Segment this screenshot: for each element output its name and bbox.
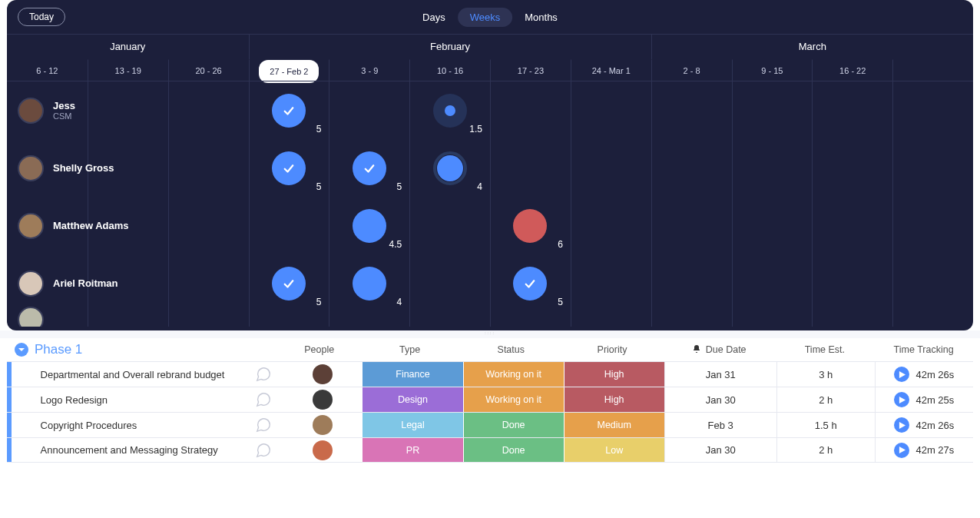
- task-row[interactable]: Announcement and Messaging StrategyPRDon…: [7, 437, 973, 463]
- person-info[interactable]: JessCSM: [18, 98, 75, 124]
- month-header: March: [651, 35, 973, 59]
- time-tracking-cell[interactable]: 42m 26s: [875, 362, 973, 387]
- week-header[interactable]: 10 - 16: [409, 59, 490, 83]
- people-cell[interactable]: [283, 413, 363, 437]
- person-row: Matthew Adams4.56: [7, 197, 973, 254]
- workload-cell[interactable]: 5: [249, 254, 329, 312]
- priority-tag[interactable]: High: [564, 362, 664, 387]
- check-icon[interactable]: [272, 94, 306, 128]
- workload-cell[interactable]: 5: [249, 81, 329, 139]
- workload-cell[interactable]: 4: [409, 139, 490, 197]
- chat-icon[interactable]: [245, 413, 283, 437]
- workload-cell[interactable]: 5: [490, 254, 571, 312]
- workload-cell[interactable]: 4: [329, 254, 409, 312]
- avatar[interactable]: [313, 390, 333, 410]
- play-icon[interactable]: [894, 367, 909, 382]
- today-button[interactable]: Today: [18, 8, 65, 26]
- type-tag[interactable]: PR: [362, 438, 462, 462]
- workload-cell[interactable]: 1.5: [409, 81, 490, 139]
- time-estimate[interactable]: 2 h: [776, 387, 875, 412]
- task-name[interactable]: Logo Redesign: [33, 387, 245, 412]
- week-header[interactable]: [892, 59, 973, 83]
- view-days[interactable]: Days: [410, 8, 458, 27]
- priority-tag[interactable]: Low: [564, 438, 664, 462]
- due-date[interactable]: Feb 3: [664, 413, 776, 437]
- task-name[interactable]: Copyright Procedures: [33, 413, 245, 437]
- task-row[interactable]: Logo RedesignDesignWorking on itHighJan …: [7, 387, 973, 412]
- week-header[interactable]: 27 - Feb 2: [249, 59, 329, 83]
- play-icon[interactable]: [894, 392, 909, 407]
- avatar[interactable]: [18, 307, 44, 327]
- person-info[interactable]: Shelly Gross: [18, 155, 114, 181]
- workload-bubble[interactable]: [353, 209, 386, 243]
- avatar[interactable]: [313, 440, 333, 460]
- week-header[interactable]: 20 - 26: [168, 59, 249, 83]
- svg-marker-3: [899, 447, 906, 453]
- people-cell[interactable]: [283, 362, 363, 387]
- avatar[interactable]: [313, 415, 333, 435]
- chat-icon[interactable]: [245, 362, 283, 387]
- type-tag[interactable]: Finance: [362, 362, 462, 387]
- check-icon[interactable]: [353, 151, 386, 185]
- time-estimate[interactable]: 3 h: [776, 362, 875, 387]
- avatar[interactable]: [18, 98, 44, 124]
- status-tag[interactable]: Done: [463, 413, 564, 437]
- chat-icon[interactable]: [245, 438, 283, 462]
- week-header[interactable]: 3 - 9: [329, 59, 409, 83]
- group-title[interactable]: Phase 1: [35, 342, 82, 357]
- task-row[interactable]: Copyright ProceduresLegalDoneMediumFeb 3…: [7, 412, 973, 437]
- status-tag[interactable]: Working on it: [463, 362, 564, 387]
- week-header[interactable]: 9 - 15: [732, 59, 813, 83]
- workload-bubble[interactable]: [353, 267, 386, 301]
- workload-bubble[interactable]: [513, 209, 547, 243]
- status-tag[interactable]: Done: [463, 438, 564, 462]
- person-info[interactable]: Matthew Adams: [18, 213, 128, 239]
- time-estimate[interactable]: 1.5 h: [776, 413, 875, 437]
- people-cell[interactable]: [283, 387, 363, 412]
- type-tag[interactable]: Legal: [362, 413, 462, 437]
- week-header[interactable]: 16 - 22: [812, 59, 892, 83]
- check-icon[interactable]: [513, 267, 547, 301]
- due-date[interactable]: Jan 30: [664, 387, 776, 412]
- week-header[interactable]: 13 - 19: [88, 59, 168, 83]
- person-info[interactable]: Ariel Roitman: [18, 271, 118, 297]
- week-header[interactable]: 17 - 23: [490, 59, 571, 83]
- workload-cell[interactable]: 6: [490, 197, 571, 254]
- time-tracking-cell[interactable]: 42m 26s: [875, 413, 973, 437]
- check-icon[interactable]: [272, 267, 306, 301]
- status-tag[interactable]: Working on it: [463, 387, 564, 412]
- play-icon[interactable]: [894, 417, 909, 433]
- task-name[interactable]: Departmental and Overall rebrand budget: [33, 362, 245, 387]
- avatar[interactable]: [18, 271, 44, 297]
- avatar[interactable]: [18, 155, 44, 181]
- workload-bubble[interactable]: [433, 151, 467, 185]
- play-icon[interactable]: [894, 443, 909, 458]
- view-weeks[interactable]: Weeks: [458, 8, 513, 27]
- week-header[interactable]: 6 - 12: [7, 59, 88, 83]
- week-header[interactable]: 2 - 8: [651, 59, 732, 83]
- check-icon[interactable]: [272, 151, 306, 185]
- workload-cell[interactable]: 4.5: [329, 197, 409, 254]
- time-tracking-cell[interactable]: 42m 25s: [875, 387, 973, 412]
- task-name[interactable]: Announcement and Messaging Strategy: [33, 438, 245, 462]
- chat-icon[interactable]: [245, 387, 283, 412]
- priority-tag[interactable]: High: [564, 387, 664, 412]
- workload-value: 5: [316, 297, 322, 307]
- view-months[interactable]: Months: [512, 8, 570, 27]
- workload-cell[interactable]: 5: [249, 139, 329, 197]
- priority-tag[interactable]: Medium: [564, 413, 664, 437]
- time-estimate[interactable]: 2 h: [776, 438, 875, 462]
- timeline-body[interactable]: JessCSM51.5Shelly Gross554Matthew Adams4…: [7, 81, 973, 327]
- workload-cell[interactable]: 5: [329, 139, 409, 197]
- avatar[interactable]: [18, 213, 44, 239]
- due-date[interactable]: Jan 31: [664, 362, 776, 387]
- workload-bubble[interactable]: [433, 94, 467, 128]
- week-header[interactable]: 24 - Mar 1: [571, 59, 651, 83]
- avatar[interactable]: [313, 364, 333, 384]
- time-tracking-cell[interactable]: 42m 27s: [875, 438, 973, 462]
- task-row[interactable]: Departmental and Overall rebrand budgetF…: [7, 361, 973, 387]
- type-tag[interactable]: Design: [362, 387, 462, 412]
- collapse-group-button[interactable]: [15, 343, 28, 357]
- people-cell[interactable]: [283, 438, 363, 462]
- due-date[interactable]: Jan 30: [664, 438, 776, 462]
